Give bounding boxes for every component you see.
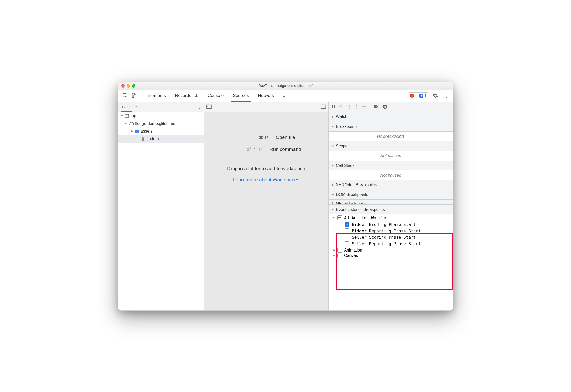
svg-rect-7 — [332, 105, 333, 108]
no-breakpoints-msg: No breakpoints — [329, 132, 453, 141]
debugger-panel: ▶Watch ▼Breakpoints No breakpoints ▼Scop… — [329, 112, 453, 310]
error-count: 1 — [415, 94, 417, 98]
info-icon: ✦ — [419, 94, 423, 98]
folder-icon — [135, 129, 139, 133]
tree-assets[interactable]: ▶ assets — [118, 127, 204, 135]
inspect-element-icon[interactable] — [120, 91, 129, 100]
editor-placeholder: ⌘ P Open file ⌘ ⇧ P Run command Drop in … — [204, 112, 329, 310]
checkbox-icon[interactable] — [345, 241, 349, 246]
pause-on-exceptions-icon[interactable] — [383, 104, 387, 109]
checkbox-icon[interactable] — [337, 248, 342, 253]
svg-rect-17 — [125, 114, 129, 117]
tree-index-label: (index) — [146, 137, 159, 141]
tree-domain-label: fledge-demo.glitch.me — [135, 121, 175, 126]
checkbox-icon[interactable] — [345, 228, 349, 233]
tab-console[interactable]: Console — [203, 90, 228, 102]
open-file-label: Open file — [276, 135, 295, 140]
step-out-icon[interactable] — [355, 104, 358, 109]
section-global[interactable]: ▶Global Listeners — [329, 200, 453, 205]
step-over-icon[interactable] — [339, 105, 344, 109]
checkbox-icon[interactable] — [345, 235, 349, 239]
title-bar: DevTools - fledge-demo.glitch.me/ — [118, 82, 453, 90]
svg-rect-16 — [385, 106, 386, 108]
device-toggle-icon[interactable] — [129, 91, 139, 100]
nav-overflow-icon[interactable]: » — [135, 105, 137, 109]
canvas-category[interactable]: ▶ Canvas — [329, 254, 453, 258]
worklet-category[interactable]: ▼ Ad Auction Worklet — [329, 214, 453, 221]
cloud-icon — [129, 122, 134, 125]
step-icon[interactable] — [362, 105, 367, 108]
deactivate-breakpoints-icon[interactable] — [374, 105, 379, 109]
workspaces-link[interactable]: Learn more about Workspaces — [233, 177, 299, 183]
tree-top[interactable]: ▼ top — [118, 112, 204, 120]
tab-sources[interactable]: Sources — [228, 90, 253, 102]
svg-point-9 — [341, 107, 342, 108]
error-warning-badges[interactable]: ✕1 ✦1 — [408, 92, 428, 99]
tree-assets-label: assets — [141, 129, 152, 134]
file-icon — [141, 137, 145, 141]
tab-network[interactable]: Network — [254, 90, 279, 102]
more-options-icon[interactable]: ⋮ — [443, 93, 451, 99]
tab-elements[interactable]: Elements — [143, 90, 170, 102]
bp-bidder-reporting[interactable]: Bidder Reporting Phase Start — [329, 228, 453, 234]
drop-folder-text: Drop in a folder to add to workspace — [227, 166, 305, 171]
toggle-debugger-icon[interactable] — [321, 104, 326, 109]
section-breakpoints[interactable]: ▼Breakpoints — [329, 122, 453, 132]
animation-category[interactable]: ▶ Animation — [329, 247, 453, 254]
flask-icon — [194, 94, 199, 98]
svg-point-10 — [349, 108, 350, 109]
nav-more-icon[interactable]: ⋮ — [197, 104, 202, 110]
tab-recorder[interactable]: Recorder — [170, 90, 203, 102]
sources-sub-bar: Page » ⋮ — [118, 102, 453, 112]
section-xhr[interactable]: ▶XHR/fetch Breakpoints — [329, 180, 453, 190]
worklet-label: Ad Auction Worklet — [344, 215, 388, 220]
toggle-nav-icon[interactable] — [206, 104, 212, 109]
pause-icon[interactable] — [331, 105, 335, 109]
section-dom[interactable]: ▶DOM Breakpoints — [329, 190, 453, 200]
step-into-icon[interactable] — [348, 104, 351, 109]
open-file-shortcut: ⌘ P — [237, 135, 268, 140]
scope-not-paused: Not paused — [329, 151, 453, 161]
svg-rect-8 — [334, 105, 335, 108]
section-watch[interactable]: ▶Watch — [329, 112, 453, 122]
main-tab-bar: Elements Recorder Console Sources Networ… — [118, 90, 453, 102]
section-scope[interactable]: ▼Scope — [329, 141, 453, 151]
checkbox-checked-icon[interactable] — [345, 222, 349, 227]
tabs-overflow[interactable]: » — [279, 90, 290, 102]
svg-point-11 — [356, 108, 357, 109]
run-command-shortcut: ⌘ ⇧ P — [231, 147, 262, 153]
settings-icon[interactable] — [431, 91, 440, 100]
bp-seller-scoring[interactable]: Seller Scoring Phase Start — [329, 234, 453, 241]
window-frame-icon — [125, 114, 129, 118]
section-callstack[interactable]: ▼Call Stack — [329, 161, 453, 170]
checkbox-indeterminate-icon[interactable] — [337, 215, 342, 220]
bp-seller-reporting[interactable]: Seller Reporting Phase Start — [329, 241, 453, 247]
file-tree: ▼ top ▼ fledge-demo.glitch.me ▶ assets (… — [118, 112, 204, 310]
error-icon: ✕ — [410, 94, 414, 98]
tree-top-label: top — [130, 114, 136, 118]
section-event-listener-bp[interactable]: ▼Event Listener Breakpoints — [329, 205, 453, 214]
svg-rect-2 — [134, 95, 136, 98]
tree-index[interactable]: (index) — [118, 135, 204, 143]
svg-rect-15 — [385, 106, 385, 108]
bp-bidder-bidding[interactable]: Bidder Bidding Phase Start — [329, 221, 453, 228]
window-title: DevTools - fledge-demo.glitch.me/ — [118, 84, 453, 88]
run-command-label: Run command — [270, 147, 301, 152]
info-count: 1 — [424, 94, 426, 98]
svg-point-12 — [365, 106, 366, 107]
tree-domain[interactable]: ▼ fledge-demo.glitch.me — [118, 120, 204, 127]
checkbox-icon[interactable] — [337, 254, 342, 258]
page-tab[interactable]: Page — [121, 102, 132, 112]
callstack-not-paused: Not paused — [329, 170, 453, 180]
